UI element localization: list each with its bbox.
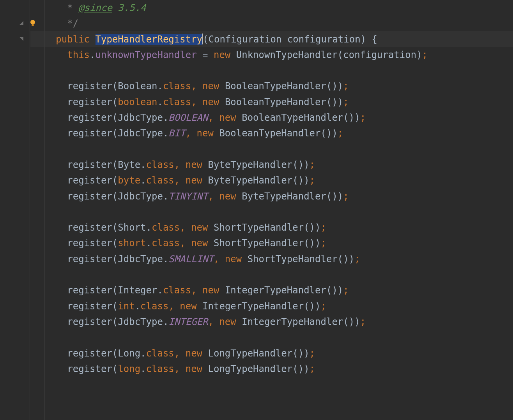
code-line[interactable]: * @since 3.5.4	[39, 0, 513, 16]
call-register: register	[67, 159, 112, 170]
keyword-new: new	[180, 301, 196, 312]
code-line[interactable]: register(Boolean.class, new BooleanTypeH…	[39, 78, 513, 94]
handler-type: IntegerTypeHandler	[242, 316, 343, 327]
comma: ,	[168, 301, 180, 312]
keyword-class: class	[146, 364, 174, 374]
text-caret	[202, 34, 203, 44]
comma: ,	[208, 316, 219, 327]
semicolon: ;	[338, 128, 343, 139]
class-ref: Short	[118, 222, 146, 233]
code-line[interactable]: register(Short.class, new ShortTypeHandl…	[39, 220, 513, 235]
punct: ())	[292, 159, 309, 170]
call-register: register	[67, 191, 112, 202]
semicolon: ;	[343, 81, 348, 92]
punct: (	[112, 254, 118, 265]
keyword-new: new	[186, 348, 202, 359]
arg: configuration	[343, 49, 416, 60]
semicolon: ;	[310, 364, 315, 374]
primitive-type: boolean	[118, 97, 157, 108]
class-ref: JdbcType	[118, 112, 163, 123]
punct: (	[112, 112, 118, 123]
punct: ())	[326, 191, 343, 202]
code-line[interactable]	[39, 267, 513, 282]
code-line[interactable]: register(long.class, new LongTypeHandler…	[39, 361, 513, 377]
punct: ) {	[361, 34, 377, 45]
keyword-class: class	[163, 285, 191, 296]
keyword-new: new	[191, 238, 208, 249]
handler-type: ShortTypeHandler	[214, 222, 304, 233]
keyword-this: this	[67, 49, 90, 60]
punct: .	[135, 301, 140, 312]
code-editor[interactable]: * @since 3.5.4 */ public TypeHandlerRegi…	[0, 0, 513, 420]
semicolon: ;	[343, 191, 348, 202]
code-line[interactable]	[39, 141, 513, 157]
javadoc-text: *	[39, 2, 78, 13]
code-line[interactable]: register(JdbcType.BOOLEAN, new BooleanTy…	[39, 110, 513, 125]
punct: (	[112, 97, 118, 108]
keyword-class: class	[163, 81, 191, 92]
primitive-type: int	[118, 301, 134, 312]
comma: ,	[191, 81, 202, 92]
keyword-public: public	[56, 34, 90, 45]
keyword-new: new	[225, 254, 242, 265]
code-line[interactable]: */	[39, 16, 513, 31]
comma: ,	[208, 191, 219, 202]
punct: (	[112, 238, 118, 249]
fold-end-icon[interactable]	[19, 15, 24, 31]
javadoc-tag: @since	[78, 2, 112, 13]
punct: (	[112, 301, 118, 312]
code-line[interactable]: this.unknownTypeHandler = new UnknownTyp…	[39, 47, 513, 63]
code-line[interactable]	[39, 330, 513, 345]
code-line[interactable]: register(Integer.class, new IntegerTypeH…	[39, 282, 513, 298]
class-ref: Byte	[118, 159, 140, 170]
punct: .	[140, 364, 146, 374]
handler-type: BooleanTypeHandler	[219, 128, 320, 139]
punct: (	[112, 285, 118, 296]
call-register: register	[67, 285, 112, 296]
comma: ,	[174, 364, 186, 374]
code-line[interactable]: register(JdbcType.SMALLINT, new ShortTyp…	[39, 251, 513, 267]
semicolon: ;	[360, 316, 366, 327]
keyword-new: new	[191, 222, 208, 233]
code-line[interactable]: register(int.class, new IntegerTypeHandl…	[39, 298, 513, 314]
indent-guide	[30, 0, 30, 420]
class-ref: JdbcType	[118, 316, 163, 327]
code-line[interactable]: register(JdbcType.BIT, new BooleanTypeHa…	[39, 125, 513, 141]
code-line[interactable]: register(byte.class, new ByteTypeHandler…	[39, 173, 513, 188]
punct: ())	[326, 285, 343, 296]
code-area[interactable]: * @since 3.5.4 */ public TypeHandlerRegi…	[30, 0, 513, 420]
keyword-class: class	[146, 348, 174, 359]
keyword-class: class	[140, 301, 168, 312]
keyword-class: class	[152, 238, 180, 249]
handler-type: LongTypeHandler	[208, 348, 293, 359]
code-line[interactable]: register(boolean.class, new BooleanTypeH…	[39, 94, 513, 110]
keyword-new: new	[202, 81, 219, 92]
code-line[interactable]: register(JdbcType.TINYINT, new ByteTypeH…	[39, 189, 513, 204]
call-register: register	[67, 128, 112, 139]
code-line[interactable]: public TypeHandlerRegistry(Configuration…	[39, 32, 513, 47]
punct: .	[163, 128, 168, 139]
code-line[interactable]	[39, 204, 513, 220]
javadoc-close: */	[39, 18, 78, 29]
primitive-type: long	[118, 364, 140, 374]
punct: (	[112, 348, 118, 359]
punct: .	[140, 348, 146, 359]
keyword-new: new	[219, 112, 236, 123]
code-line[interactable]: register(JdbcType.INTEGER, new IntegerTy…	[39, 314, 513, 330]
fold-start-icon[interactable]	[19, 31, 24, 47]
semicolon: ;	[321, 301, 326, 312]
comma: ,	[186, 128, 197, 139]
code-line[interactable]: register(Long.class, new LongTypeHandler…	[39, 346, 513, 361]
punct: (	[112, 222, 118, 233]
punct: (	[203, 34, 208, 45]
handler-type: BooleanTypeHandler	[242, 112, 343, 123]
javadoc-version: 3.5.4	[112, 2, 146, 13]
handler-type: IntegerTypeHandler	[202, 301, 304, 312]
call-register: register	[67, 112, 112, 123]
punct: ())	[304, 222, 320, 233]
code-line[interactable]	[39, 377, 513, 392]
code-line[interactable]: register(short.class, new ShortTypeHandl…	[39, 235, 513, 251]
code-line[interactable]: register(Byte.class, new ByteTypeHandler…	[39, 157, 513, 173]
handler-type: ByteTypeHandler	[242, 191, 326, 202]
code-line[interactable]	[39, 63, 513, 78]
